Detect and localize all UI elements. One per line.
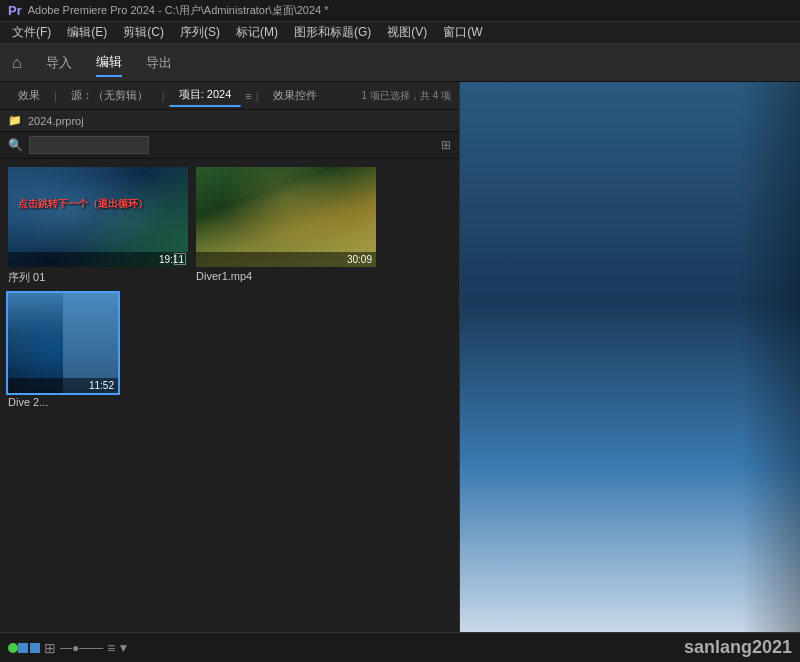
project-header: 📁 2024.prproj: [0, 110, 459, 132]
title-bar: Pr Adobe Premiere Pro 2024 - C:\用户\Admin…: [0, 0, 800, 22]
list-view-icon[interactable]: ⊞: [441, 138, 451, 152]
right-panel-content: [460, 82, 800, 632]
dive2-label: Dive 2...: [8, 396, 118, 408]
nav-import[interactable]: 导入: [46, 50, 72, 76]
tool-icon-1[interactable]: ⊞: [44, 640, 56, 656]
media-grid: 点击跳转下一个（退出循环） □ 19:11 序列 01 30:09 Diver1…: [0, 159, 459, 632]
tab-effects[interactable]: 效果: [8, 85, 50, 106]
seq01-label: 序列 01: [8, 270, 188, 285]
tool-icon-3[interactable]: ▼: [117, 641, 129, 655]
tab-separator-3: |: [256, 90, 259, 102]
project-status: 1 项已选择，共 4 项: [362, 89, 451, 103]
nav-bar: ⌂ 导入 编辑 导出: [0, 44, 800, 82]
panel-tabs: 效果 | 源：（无剪辑） | 项目: 2024 ≡ | 效果控件 1 项已选择，…: [0, 82, 459, 110]
app-icon: Pr: [8, 3, 22, 18]
seq-duration: 19:11: [8, 252, 188, 267]
menu-graphics[interactable]: 图形和标题(G): [286, 22, 379, 43]
blue-squares: [18, 643, 40, 653]
menu-sequence[interactable]: 序列(S): [172, 22, 228, 43]
green-indicator: [8, 643, 18, 653]
diver1-duration: 30:09: [196, 252, 376, 267]
tab-project[interactable]: 项目: 2024: [169, 84, 242, 107]
project-menu-icon[interactable]: ≡: [245, 90, 251, 102]
nav-edit[interactable]: 编辑: [96, 49, 122, 77]
watermark: sanlang2021: [684, 637, 792, 658]
window-title: Adobe Premiere Pro 2024 - C:\用户\Administ…: [28, 3, 329, 18]
right-panel: ▲ 剪切 复制 粘贴 清除 复制 清除入点和出点(N) 隐藏 查看隐藏内容 修改…: [460, 82, 800, 632]
left-panel: 效果 | 源：（无剪辑） | 项目: 2024 ≡ | 效果控件 1 项已选择，…: [0, 82, 460, 632]
slider-bar: —●——: [60, 641, 103, 655]
tab-separator-2: |: [162, 90, 165, 102]
tab-effect-controls[interactable]: 效果控件: [263, 85, 327, 106]
home-icon[interactable]: ⌂: [12, 54, 22, 72]
media-thumb-diver1: 30:09: [196, 167, 376, 267]
nav-export[interactable]: 导出: [146, 50, 172, 76]
project-folder-label: 2024.prproj: [28, 115, 84, 127]
tab-source[interactable]: 源：（无剪辑）: [61, 85, 158, 106]
status-bar: ⊞ —●—— ≡ ▼ sanlang2021: [0, 632, 800, 662]
blue-sq-1: [18, 643, 28, 653]
search-input[interactable]: [29, 136, 149, 154]
media-item-dive2[interactable]: 11:52 Dive 2...: [8, 293, 118, 408]
seq-overlay-text: 点击跳转下一个（退出循环）: [18, 197, 148, 211]
search-bar: 🔍 ⊞: [0, 132, 459, 159]
media-item-diver1[interactable]: 30:09 Diver1.mp4: [196, 167, 376, 285]
menu-window[interactable]: 窗口(W: [435, 22, 490, 43]
menu-file[interactable]: 文件(F): [4, 22, 59, 43]
media-thumb-seq01: 点击跳转下一个（退出循环） □ 19:11: [8, 167, 188, 267]
media-item-seq01[interactable]: 点击跳转下一个（退出循环） □ 19:11 序列 01: [8, 167, 188, 285]
dive2-duration: 11:52: [8, 378, 118, 393]
tool-icon-2[interactable]: ≡: [107, 640, 115, 656]
menu-edit[interactable]: 编辑(E): [59, 22, 115, 43]
menu-marker[interactable]: 标记(M): [228, 22, 286, 43]
main-layout: 效果 | 源：（无剪辑） | 项目: 2024 ≡ | 效果控件 1 项已选择，…: [0, 82, 800, 632]
menu-bar: 文件(F) 编辑(E) 剪辑(C) 序列(S) 标记(M) 图形和标题(G) 视…: [0, 22, 800, 44]
right-panel-overlay: [740, 82, 800, 632]
tab-separator-1: |: [54, 90, 57, 102]
menu-clip[interactable]: 剪辑(C): [115, 22, 172, 43]
search-icon: 🔍: [8, 138, 23, 152]
folder-icon: 📁: [8, 114, 22, 127]
media-thumb-dive2: 11:52: [8, 293, 118, 393]
blue-sq-2: [30, 643, 40, 653]
watermark-text: sanlang2021: [684, 637, 792, 657]
menu-view[interactable]: 视图(V): [379, 22, 435, 43]
diver1-label: Diver1.mp4: [196, 270, 376, 282]
